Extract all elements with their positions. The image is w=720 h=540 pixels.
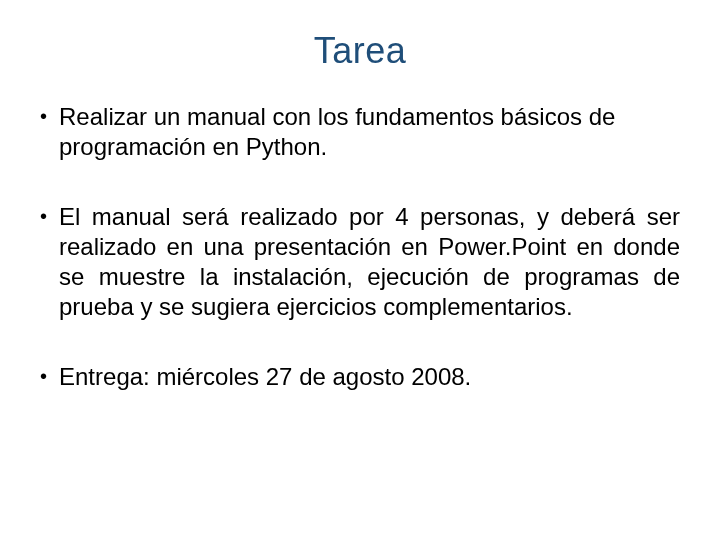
list-item: • El manual será realizado por 4 persona… bbox=[40, 202, 680, 322]
bullet-text: El manual será realizado por 4 personas,… bbox=[59, 202, 680, 322]
bullet-icon: • bbox=[40, 102, 47, 130]
list-item: • Realizar un manual con los fundamentos… bbox=[40, 102, 680, 162]
bullet-text: Entrega: miércoles 27 de agosto 2008. bbox=[59, 362, 680, 392]
bullet-icon: • bbox=[40, 202, 47, 230]
bullet-list: • Realizar un manual con los fundamentos… bbox=[40, 102, 680, 392]
bullet-text: Realizar un manual con los fundamentos b… bbox=[59, 102, 680, 162]
bullet-icon: • bbox=[40, 362, 47, 390]
list-item: • Entrega: miércoles 27 de agosto 2008. bbox=[40, 362, 680, 392]
slide-title: Tarea bbox=[40, 30, 680, 72]
